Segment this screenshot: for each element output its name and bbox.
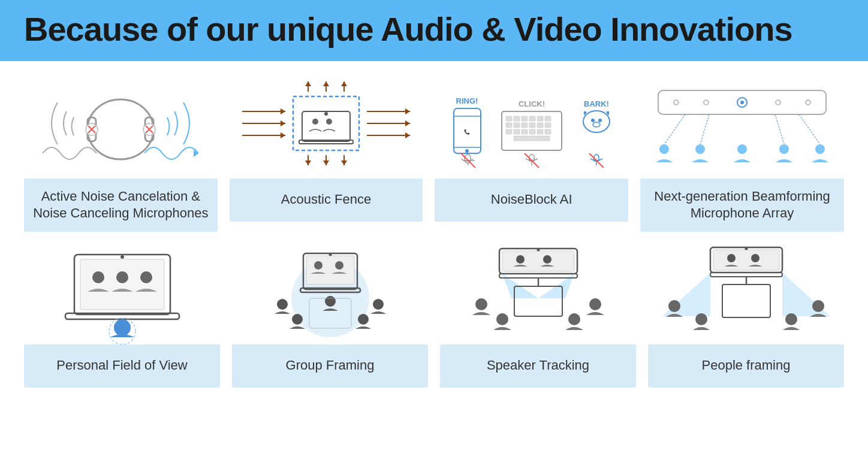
svg-point-98 [779, 144, 789, 154]
svg-marker-25 [405, 120, 410, 126]
svg-point-107 [114, 319, 131, 336]
svg-marker-145 [782, 273, 830, 316]
svg-text:RING!: RING! [456, 96, 478, 105]
svg-point-116 [325, 296, 336, 307]
svg-text:📞: 📞 [464, 129, 470, 135]
row-video: Personal Field of View [24, 241, 844, 388]
main-content: Active Noise Cancelation & Noise Canceli… [0, 61, 868, 400]
svg-rect-65 [522, 129, 528, 134]
svg-rect-59 [522, 123, 528, 128]
svg-point-102 [92, 271, 104, 283]
svg-rect-53 [522, 116, 528, 121]
icon-beamforming [640, 75, 844, 171]
svg-rect-62 [545, 123, 551, 128]
svg-line-94 [799, 114, 820, 144]
svg-marker-39 [341, 161, 347, 165]
svg-point-75 [583, 111, 610, 132]
svg-point-105 [120, 255, 124, 259]
svg-line-93 [775, 114, 784, 144]
svg-point-95 [659, 144, 669, 154]
svg-rect-67 [537, 129, 543, 134]
svg-point-124 [537, 248, 540, 251]
svg-rect-137 [713, 250, 779, 270]
svg-point-104 [140, 271, 152, 283]
svg-point-85 [674, 100, 679, 105]
svg-marker-29 [305, 81, 311, 86]
svg-marker-19 [281, 120, 285, 126]
svg-point-118 [358, 314, 369, 325]
svg-marker-27 [405, 132, 410, 138]
svg-point-96 [695, 144, 705, 154]
svg-rect-123 [502, 251, 574, 271]
svg-point-138 [745, 247, 748, 250]
svg-text:CLICK!: CLICK! [519, 99, 545, 108]
card-acoustic-fence: Acoustic Fence [230, 75, 423, 222]
svg-rect-143 [722, 285, 770, 317]
svg-point-112 [328, 253, 331, 256]
svg-point-133 [496, 313, 508, 325]
svg-text:BARK!: BARK! [584, 99, 609, 108]
svg-rect-101 [80, 259, 164, 310]
svg-point-78 [593, 122, 600, 127]
svg-marker-17 [281, 108, 285, 114]
svg-rect-55 [537, 116, 543, 121]
svg-marker-31 [323, 81, 329, 86]
svg-point-139 [727, 254, 736, 262]
svg-marker-23 [405, 108, 410, 114]
svg-rect-51 [506, 116, 512, 121]
svg-point-132 [475, 298, 487, 310]
label-people-framing: People framing [648, 344, 844, 388]
svg-point-119 [277, 299, 288, 310]
svg-point-99 [815, 144, 825, 154]
page-header: Because of our unique Audio & Video Inno… [0, 0, 868, 61]
svg-line-74 [525, 153, 539, 168]
svg-line-92 [700, 114, 709, 144]
svg-point-146 [668, 300, 680, 312]
icon-noiseblock: 📞 RING! [435, 75, 628, 171]
svg-rect-58 [514, 123, 520, 128]
card-noiseblock: 📞 RING! [435, 75, 628, 222]
svg-rect-64 [514, 129, 520, 134]
label-noiseblock: NoiseBlock AI [435, 178, 628, 222]
card-personal-fov: Personal Field of View [24, 241, 220, 388]
svg-rect-54 [529, 116, 535, 121]
svg-point-89 [776, 100, 780, 105]
label-acoustic-fence: Acoustic Fence [230, 178, 423, 222]
icon-personal-fov [24, 241, 220, 337]
card-active-noise: Active Noise Cancelation & Noise Canceli… [24, 75, 218, 232]
page-title: Because of our unique Audio & Video Inno… [24, 11, 844, 48]
svg-rect-60 [529, 123, 535, 128]
label-speaker-tracking: Speaker Tracking [440, 344, 636, 388]
icon-speaker-tracking [440, 241, 636, 337]
svg-point-43 [465, 149, 469, 153]
svg-rect-66 [529, 129, 535, 134]
svg-point-117 [292, 314, 303, 325]
row-audio: Active Noise Cancelation & Noise Canceli… [24, 75, 844, 232]
svg-line-83 [589, 153, 604, 168]
svg-rect-57 [506, 123, 512, 128]
svg-point-13 [324, 112, 328, 116]
svg-point-126 [543, 255, 551, 264]
svg-rect-69 [514, 136, 550, 141]
label-active-noise: Active Noise Cancelation & Noise Canceli… [24, 178, 218, 232]
svg-point-134 [589, 298, 601, 310]
icon-acoustic-fence [230, 75, 423, 171]
card-group-framing: Group Framing [232, 241, 428, 388]
icon-group-framing [232, 241, 428, 337]
icon-active-noise [24, 75, 218, 171]
svg-marker-144 [662, 273, 710, 316]
svg-point-76 [591, 119, 595, 122]
svg-marker-21 [281, 132, 285, 138]
svg-point-14 [312, 119, 318, 125]
svg-point-135 [568, 313, 580, 325]
svg-rect-63 [506, 129, 512, 134]
svg-point-114 [335, 261, 343, 270]
svg-point-148 [812, 300, 824, 312]
label-group-framing: Group Framing [232, 344, 428, 388]
svg-point-147 [695, 313, 707, 325]
svg-point-90 [806, 100, 810, 105]
svg-rect-11 [302, 111, 350, 141]
svg-point-125 [516, 255, 525, 264]
svg-point-88 [740, 101, 744, 104]
label-personal-fov: Personal Field of View [24, 344, 220, 388]
